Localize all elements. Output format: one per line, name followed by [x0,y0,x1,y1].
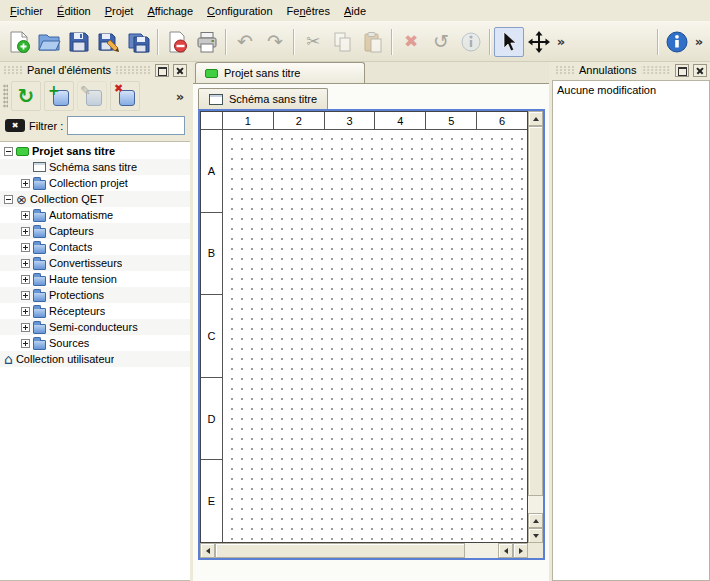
tree-item-automatisme[interactable]: Automatisme [0,207,190,223]
paste-button[interactable] [358,27,388,57]
new-file-button[interactable] [4,27,34,57]
menu-fenetres[interactable]: Fenêtres [280,0,337,21]
dock-handle[interactable] [555,66,575,74]
new-element-button[interactable]: + [44,81,74,111]
info-icon [665,30,689,54]
expand-icon[interactable] [21,339,30,348]
tree-item-sources[interactable]: Sources [0,335,190,351]
tree-item-recepteurs[interactable]: Récepteurs [0,303,190,319]
scroll-right-button[interactable] [513,543,528,558]
schema-icon [209,94,223,105]
folder-icon [33,260,46,270]
expand-icon[interactable] [21,243,30,252]
tree-item-capteurs[interactable]: Capteurs [0,223,190,239]
undo-button[interactable]: ↶ [230,27,260,57]
save-as-button[interactable] [94,27,124,57]
elements-panel-title: Panel d'éléments [27,64,111,76]
tree-item-haute-tension[interactable]: Haute tension [0,271,190,287]
tree-item-schema[interactable]: Schéma sans titre [0,159,190,175]
close-panel-button[interactable] [693,64,707,77]
expand-icon[interactable] [21,291,30,300]
expand-icon[interactable] [21,227,30,236]
cut-button[interactable]: ✂ [298,27,328,57]
float-panel-button[interactable] [155,64,169,77]
vertical-scroll-thumb[interactable] [528,126,543,496]
tree-item-project[interactable]: Projet sans titre [0,143,190,159]
scroll-left-button-right[interactable] [498,543,513,558]
expand-icon[interactable] [21,259,30,268]
project-tab-bar: Projet sans titre [193,62,549,84]
dock-handle[interactable] [3,66,23,74]
scroll-up-button-bottom[interactable] [528,513,543,528]
undo-history-list[interactable]: Aucune modification [552,80,710,581]
delete-element-button[interactable]: ✖ [110,81,140,111]
tree-item-protections[interactable]: Protections [0,287,190,303]
menu-projet[interactable]: Projet [98,0,141,21]
menu-configuration[interactable]: Configuration [200,0,279,21]
tree-item-convertisseurs[interactable]: Convertisseurs [0,255,190,271]
undo-panel-dock: Annulations Aucune modification [552,62,710,581]
open-file-button[interactable] [34,27,64,57]
edit-element-button[interactable]: ✎ [77,81,107,111]
float-panel-button[interactable] [675,64,689,77]
tree-item-collection-qet[interactable]: ⊗ Collection QET [0,191,190,207]
scroll-left-button[interactable] [200,543,215,558]
qet-collection-icon: ⊗ [16,193,27,206]
expand-icon[interactable] [21,307,30,316]
rotate-button[interactable]: ↺ [426,27,456,57]
print-button[interactable] [192,27,222,57]
home-icon: ⌂ [4,352,13,366]
horizontal-scroll-thumb[interactable] [215,543,465,558]
collapse-icon[interactable] [4,195,13,204]
diagram-tab-label: Schéma sans titre [229,93,317,105]
toolbar-overflow-button[interactable]: » [554,35,568,48]
dock-handle[interactable] [115,66,151,74]
folder-icon [33,340,46,350]
tree-item-contacts[interactable]: Contacts [0,239,190,255]
element-info-button[interactable] [456,27,486,57]
close-file-button[interactable] [162,27,192,57]
expand-icon[interactable] [21,323,30,332]
menu-edition[interactable]: Édition [50,0,98,21]
paste-icon [361,30,385,54]
clear-filter-icon[interactable]: ✖ [5,119,25,132]
filter-input[interactable] [67,116,185,135]
panel-overflow-button[interactable]: » [173,90,187,103]
save-all-button[interactable] [124,27,154,57]
close-panel-button[interactable] [173,64,187,77]
reload-collections-button[interactable]: ↻ [11,81,41,111]
column-header: 6 [477,112,527,130]
info-button[interactable] [662,27,692,57]
expand-icon[interactable] [21,211,30,220]
redo-button[interactable]: ↷ [260,27,290,57]
tab-projet-sans-titre[interactable]: Projet sans titre [195,62,365,83]
delete-button[interactable]: ✖ [396,27,426,57]
main-toolbar: ↶ ↷ ✂ ✖ ↺ » » [0,22,710,62]
tree-item-collection-utilisateur[interactable]: ⌂ Collection utilisateur [0,351,190,367]
collapse-icon[interactable] [4,147,13,156]
toolbar-handle[interactable] [3,84,8,108]
scroll-up-button[interactable] [528,111,543,126]
dock-handle[interactable] [641,66,672,74]
project-icon [16,147,29,156]
elements-panel-title-bar[interactable]: Panel d'éléments [0,62,190,77]
column-ruler: 1 2 3 4 5 6 [201,112,527,130]
menu-aide[interactable]: Aide [337,0,373,21]
tree-item-collection-projet[interactable]: Collection projet [0,175,190,191]
undo-panel-title-bar[interactable]: Annulations [552,62,710,77]
tree-item-semi-conducteurs[interactable]: Semi-conducteurs [0,319,190,335]
tab-schema-sans-titre[interactable]: Schéma sans titre [198,88,328,109]
scroll-down-button[interactable] [528,528,543,543]
toolbar-extension-button[interactable]: » [692,35,706,48]
move-tool-button[interactable] [524,27,554,57]
expand-icon[interactable] [21,275,30,284]
expand-icon[interactable] [21,179,30,188]
vertical-scrollbar[interactable] [528,111,543,543]
select-tool-button[interactable] [494,27,524,57]
save-button[interactable] [64,27,94,57]
horizontal-scrollbar[interactable] [200,543,528,558]
menu-fichier[interactable]: Fichier [3,0,50,21]
diagram-canvas[interactable] [223,130,527,542]
menu-affichage[interactable]: Affichage [140,0,200,21]
copy-button[interactable] [328,27,358,57]
